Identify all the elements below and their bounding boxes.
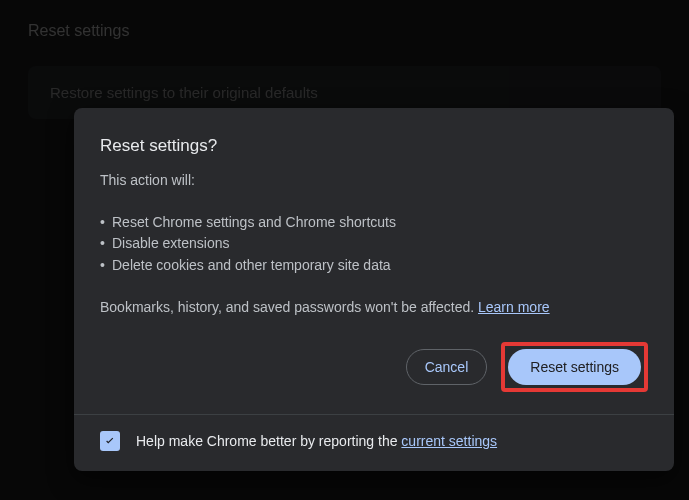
bullet-text: Delete cookies and other temporary site … (112, 255, 391, 277)
reset-settings-button[interactable]: Reset settings (508, 349, 641, 385)
bullet-item: • Reset Chrome settings and Chrome short… (100, 212, 648, 234)
dialog-note: Bookmarks, history, and saved passwords … (100, 297, 648, 319)
learn-more-link[interactable]: Learn more (478, 299, 550, 315)
bullet-text: Reset Chrome settings and Chrome shortcu… (112, 212, 396, 234)
footer-text: Help make Chrome better by reporting the… (136, 433, 497, 449)
bullet-item: • Disable extensions (100, 233, 648, 255)
bullet-text: Disable extensions (112, 233, 230, 255)
dialog-title: Reset settings? (74, 108, 674, 170)
dialog-actions: Cancel Reset settings (74, 342, 674, 414)
dialog-bullet-list: • Reset Chrome settings and Chrome short… (100, 212, 648, 277)
dialog-intro-text: This action will: (100, 170, 648, 192)
reset-settings-dialog: Reset settings? This action will: • Rese… (74, 108, 674, 471)
report-settings-checkbox[interactable] (100, 431, 120, 451)
current-settings-link[interactable]: current settings (401, 433, 497, 449)
checkmark-icon (103, 434, 117, 448)
dialog-body: This action will: • Reset Chrome setting… (74, 170, 674, 318)
cancel-button[interactable]: Cancel (406, 349, 488, 385)
dialog-footer: Help make Chrome better by reporting the… (74, 415, 674, 465)
bullet-item: • Delete cookies and other temporary sit… (100, 255, 648, 277)
footer-prefix: Help make Chrome better by reporting the (136, 433, 401, 449)
highlight-annotation: Reset settings (501, 342, 648, 392)
note-text: Bookmarks, history, and saved passwords … (100, 299, 474, 315)
